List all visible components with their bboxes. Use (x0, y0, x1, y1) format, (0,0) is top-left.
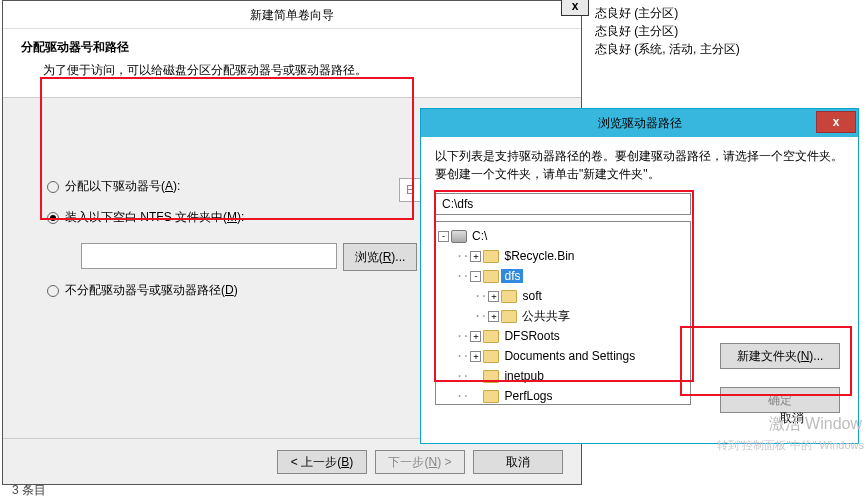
back-button[interactable]: < 上一步(B) (277, 450, 367, 474)
expand-icon[interactable]: + (488, 291, 499, 302)
folder-icon (501, 310, 517, 323)
tree-item-label: inetpub (501, 369, 546, 383)
browse-button[interactable]: 浏览(R)... (343, 243, 417, 271)
radio-icon (47, 181, 59, 193)
status-count: 3 条目 (12, 482, 46, 499)
opt-mount-folder[interactable]: 装入以下空白 NTFS 文件夹中(M): (47, 209, 419, 226)
drive-icon (451, 230, 467, 243)
dialog-title: 浏览驱动器路径 (598, 116, 682, 130)
folder-icon (483, 370, 499, 383)
expand-icon[interactable]: + (470, 251, 481, 262)
bg-partition-status: 态良好 (主分区) 态良好 (主分区) 态良好 (系统, 活动, 主分区) (595, 4, 740, 58)
tree-root[interactable]: - C:\ (438, 226, 688, 246)
expand-icon[interactable]: + (470, 351, 481, 362)
expand-icon[interactable]: + (488, 311, 499, 322)
wizard-step-desc: 为了便于访问，可以给磁盘分区分配驱动器号或驱动器路径。 (43, 62, 563, 79)
folder-icon (483, 270, 499, 283)
wizard-header: 分配驱动器号和路径 为了便于访问，可以给磁盘分区分配驱动器号或驱动器路径。 (3, 29, 581, 98)
tree-item-label: DFSRoots (501, 329, 562, 343)
opt-no-assign[interactable]: 不分配驱动器号或驱动器路径(D) (47, 282, 419, 299)
folder-tree[interactable]: - C:\ ··+$Recycle.Bin··-dfs··+soft··+公共共… (435, 221, 691, 405)
next-button[interactable]: 下一步(N) > (375, 450, 465, 474)
radio-icon (47, 285, 59, 297)
tree-item[interactable]: ··+公共共享 (438, 306, 688, 326)
tree-item[interactable]: ··+$Recycle.Bin (438, 246, 688, 266)
selected-path-field[interactable]: C:\dfs (435, 193, 691, 215)
mount-path-input[interactable] (81, 243, 337, 269)
wizard-step-title: 分配驱动器号和路径 (21, 39, 563, 56)
tree-item-label: PerfLogs (501, 389, 555, 403)
dialog-title-bar: 浏览驱动器路径 x (421, 109, 858, 137)
tree-item-label: 公共共享 (519, 308, 573, 325)
opt-assign-letter[interactable]: 分配以下驱动器号(A): (47, 178, 419, 195)
dialog-desc: 以下列表是支持驱动器路径的卷。要创建驱动器路径，请选择一个空文件夹。要创建一个文… (435, 147, 844, 183)
wizard-cancel-button[interactable]: 取消 (473, 450, 563, 474)
wizard-close-button[interactable]: x (561, 0, 589, 16)
windows-watermark-sub: 转到"控制面板"中的" Windows (717, 438, 864, 453)
folder-icon (483, 390, 499, 403)
folder-icon (483, 350, 499, 363)
wizard-footer: < 上一步(B) 下一步(N) > 取消 (3, 438, 581, 484)
collapse-icon[interactable]: - (438, 231, 449, 242)
expand-icon[interactable]: + (470, 331, 481, 342)
tree-item-label: soft (519, 289, 544, 303)
tree-item[interactable]: ··+Documents and Settings (438, 346, 688, 366)
tree-item[interactable]: ··+DFSRoots (438, 326, 688, 346)
folder-icon (483, 250, 499, 263)
radio-icon (47, 212, 59, 224)
tree-item[interactable]: ··inetpub (438, 366, 688, 386)
browse-path-dialog: 浏览驱动器路径 x 以下列表是支持驱动器路径的卷。要创建驱动器路径，请选择一个空… (420, 108, 859, 444)
folder-icon (501, 290, 517, 303)
tree-item[interactable]: ··PerfLogs (438, 386, 688, 405)
windows-watermark: 激活 Window (769, 414, 862, 435)
folder-icon (483, 330, 499, 343)
tree-item[interactable]: ··-dfs (438, 266, 688, 286)
wizard-title-bar: 新建简单卷向导 x (3, 1, 581, 29)
tree-item[interactable]: ··+soft (438, 286, 688, 306)
new-folder-button[interactable]: 新建文件夹(N)... (720, 343, 840, 369)
dialog-close-button[interactable]: x (816, 111, 856, 133)
tree-item-label: dfs (501, 269, 523, 283)
collapse-icon[interactable]: - (470, 271, 481, 282)
wizard-title: 新建简单卷向导 (250, 8, 334, 22)
tree-item-label: Documents and Settings (501, 349, 638, 363)
tree-item-label: $Recycle.Bin (501, 249, 577, 263)
